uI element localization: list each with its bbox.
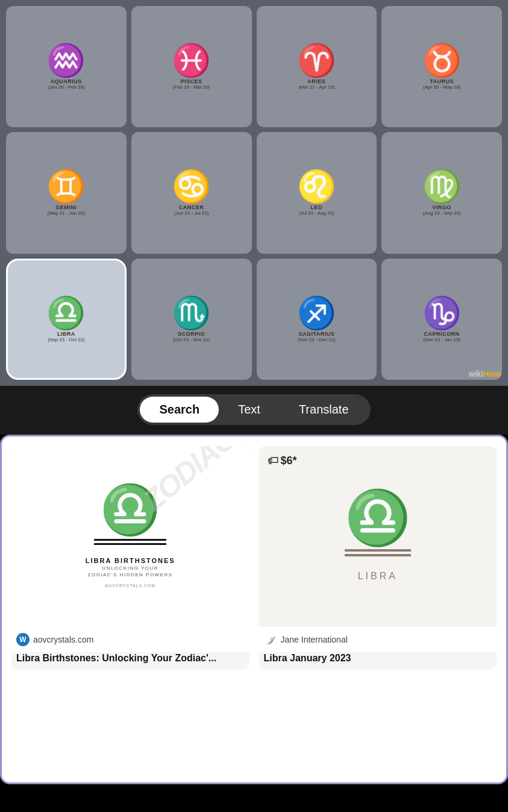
- card1-subtitle: UNLOCKING YOUR: [102, 565, 158, 571]
- aquarius-name: AQUARIUS: [51, 78, 82, 84]
- card1-sub2: ZODIAC'S HIDDEN POWERS: [88, 572, 173, 578]
- aquarius-dates: (Jan 20 - Feb 18): [48, 84, 84, 90]
- taurus-dates: (Apr 20 - May 20): [423, 84, 460, 90]
- gemini-symbol: ♊: [46, 171, 86, 202]
- scorpio-dates: (Oct 23 - Nov 21): [173, 337, 210, 342]
- card2-domain-text: Jane International: [281, 635, 348, 644]
- aries-symbol: ♈: [297, 45, 336, 76]
- card2-line2: [345, 554, 411, 556]
- card1-source-line: W aovcrystals.com: [16, 633, 245, 646]
- taurus-name: TAURUS: [430, 78, 454, 84]
- zodiac-aries[interactable]: ♈ ARIES (Mar 21 - Apr 19): [257, 6, 377, 127]
- zodiac-gemini[interactable]: ♊ GEMINI (May 21 - Jun 20): [6, 132, 127, 253]
- tab-pill-container: Search Text Translate: [137, 394, 370, 425]
- card2-title-text: Libra January 2023: [259, 652, 497, 670]
- card1-title-text: Libra Birthstones: Unlocking Your Zodiac…: [11, 652, 249, 670]
- card2-source-line: 𝒥 Jane International: [264, 633, 492, 646]
- card1-line1: [94, 539, 166, 541]
- zodiac-cancer[interactable]: ♋ CANCER (Jun 21 - Jul 22): [131, 132, 252, 253]
- zodiac-aquarius[interactable]: ♒ AQUARIUS (Jan 20 - Feb 18): [6, 6, 127, 127]
- zodiac-libra[interactable]: ♎ LIBRA (Sep 23 - Oct 22): [6, 259, 127, 380]
- cancer-dates: (Jun 21 - Jul 22): [174, 210, 209, 216]
- libra-dates: (Sep 23 - Oct 22): [48, 337, 84, 342]
- results-grid: ZODIAC ♎ LIBRA BIRTHSTONES UNLOCKING YOU…: [11, 446, 497, 670]
- zodiac-capricorn[interactable]: ♑ CAPRICORN (Dec 22 - Jan 19): [381, 259, 502, 380]
- taurus-symbol: ♉: [422, 45, 462, 76]
- pisces-name: PISCES: [181, 78, 202, 84]
- card1-image: ZODIAC ♎ LIBRA BIRTHSTONES UNLOCKING YOU…: [11, 446, 249, 627]
- price-badge: 🏷 $6*: [268, 455, 297, 467]
- result-card-2[interactable]: 🏷 $6* ♎ LIBRA 𝒥 Jane International Libra…: [259, 446, 497, 670]
- wordpress-icon: W: [16, 633, 30, 646]
- card1-libra-symbol: ♎: [100, 486, 160, 534]
- scorpio-name: SCORPIO: [178, 331, 205, 337]
- aries-name: ARIES: [307, 78, 325, 84]
- capricorn-symbol: ♑: [422, 297, 462, 329]
- card1-source: W aovcrystals.com: [11, 627, 249, 652]
- zodiac-pisces[interactable]: ♓ PISCES (Feb 19 - Mar 20): [131, 6, 252, 127]
- card1-domain: AOVCRYSTALS.COM: [105, 584, 155, 588]
- leo-symbol: ♌: [297, 171, 336, 202]
- aquarius-symbol: ♒: [46, 45, 86, 76]
- gemini-name: GEMINI: [55, 204, 77, 210]
- card1-domain-text: aovcrystals.com: [33, 635, 93, 644]
- tab-text[interactable]: Text: [219, 397, 280, 423]
- leo-name: LEO: [310, 204, 322, 210]
- cancer-name: CANCER: [179, 204, 204, 210]
- zodiac-virgo[interactable]: ♍ VIRGO (Aug 23 - Sep 22): [381, 132, 502, 253]
- pisces-symbol: ♓: [172, 45, 211, 76]
- virgo-symbol: ♍: [422, 171, 462, 202]
- tab-search[interactable]: Search: [140, 397, 219, 423]
- card1-title: LIBRA BIRTHSTONES: [86, 557, 175, 564]
- tabs-bar: Search Text Translate: [0, 386, 508, 435]
- sagittarius-symbol: ♐: [297, 297, 336, 329]
- card1-image-container: ZODIAC ♎ LIBRA BIRTHSTONES UNLOCKING YOU…: [11, 446, 249, 627]
- tag-icon: 🏷: [268, 455, 278, 467]
- jane-icon: 𝒥: [264, 633, 277, 646]
- card2-name: LIBRA: [358, 571, 398, 582]
- leo-dates: (Jul 23 - Aug 22): [299, 210, 334, 216]
- aries-dates: (Mar 21 - Apr 19): [298, 84, 334, 90]
- zodiac-grid: ♒ AQUARIUS (Jan 20 - Feb 18) ♓ PISCES (F…: [0, 0, 508, 386]
- pisces-dates: (Feb 19 - Mar 20): [173, 84, 210, 90]
- wikihow-watermark: wikiHow: [469, 369, 501, 379]
- virgo-name: VIRGO: [432, 204, 451, 210]
- gemini-dates: (May 21 - Jun 20): [48, 210, 86, 216]
- cancer-symbol: ♋: [172, 171, 211, 202]
- card2-libra-symbol: ♎: [345, 491, 411, 544]
- zodiac-section: ♒ AQUARIUS (Jan 20 - Feb 18) ♓ PISCES (F…: [0, 0, 508, 386]
- capricorn-dates: (Dec 22 - Jan 19): [423, 337, 460, 342]
- sagittarius-name: SAGITARIUS: [298, 331, 334, 337]
- tab-translate[interactable]: Translate: [280, 397, 368, 423]
- capricorn-name: CAPRICORN: [424, 331, 460, 337]
- libra-symbol: ♎: [46, 297, 86, 329]
- zodiac-leo[interactable]: ♌ LEO (Jul 23 - Aug 22): [257, 132, 377, 253]
- card2-line1: [345, 549, 411, 552]
- libra-name: LIBRA: [57, 331, 75, 337]
- results-section: ZODIAC ♎ LIBRA BIRTHSTONES UNLOCKING YOU…: [0, 435, 508, 784]
- zodiac-scorpio[interactable]: ♏ SCORPIO (Oct 23 - Nov 21): [131, 259, 252, 380]
- price-value: $6*: [281, 455, 297, 467]
- card2-image: 🏷 $6* ♎ LIBRA: [259, 446, 497, 627]
- card2-source: 𝒥 Jane International: [259, 627, 497, 652]
- card1-line2: [94, 543, 166, 545]
- virgo-dates: (Aug 23 - Sep 22): [423, 210, 461, 216]
- scorpio-symbol: ♏: [172, 297, 211, 329]
- sagittarius-dates: (Nov 22 - Dec 21): [298, 337, 336, 342]
- card2-image-container: 🏷 $6* ♎ LIBRA: [259, 446, 497, 627]
- result-card-1[interactable]: ZODIAC ♎ LIBRA BIRTHSTONES UNLOCKING YOU…: [11, 446, 249, 670]
- zodiac-sagittarius[interactable]: ♐ SAGITARIUS (Nov 22 - Dec 21): [257, 259, 377, 380]
- zodiac-taurus[interactable]: ♉ TAURUS (Apr 20 - May 20): [381, 6, 502, 127]
